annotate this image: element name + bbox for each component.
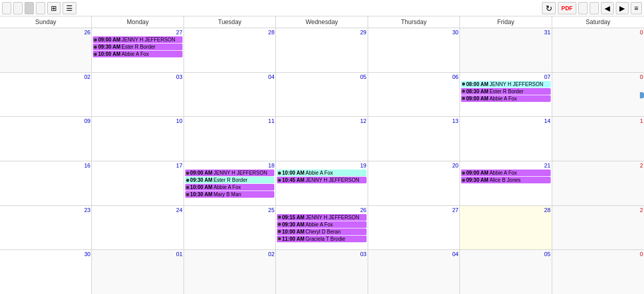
appointment[interactable]: 10:30 AMMary B Man <box>185 191 274 198</box>
day-number[interactable]: 2 <box>553 207 643 213</box>
first-available-button[interactable] <box>578 2 588 14</box>
week-button[interactable] <box>13 2 23 14</box>
day-cell[interactable]: 28 <box>460 206 552 250</box>
day-cell[interactable]: 0 <box>552 250 644 294</box>
day-cell[interactable]: 20 <box>368 161 460 205</box>
appointment[interactable]: 10:00 AMAbbie A Fox <box>185 184 274 191</box>
day-number[interactable]: 27 <box>93 29 182 35</box>
day-cell[interactable]: 28 <box>184 28 276 72</box>
day-number[interactable]: 28 <box>185 29 274 35</box>
appointment[interactable]: 09:30 AMEster R Border <box>185 177 274 183</box>
day-cell[interactable]: 25 <box>184 206 276 250</box>
list-view-icon[interactable]: ☰ <box>63 2 76 14</box>
day-number[interactable]: 13 <box>369 118 458 124</box>
today-button[interactable] <box>590 2 599 14</box>
pdf-button[interactable]: PDF <box>558 2 576 14</box>
day-number[interactable]: 0 <box>553 74 643 80</box>
day-cell[interactable]: 03 <box>276 250 368 294</box>
day-number[interactable]: 11 <box>185 118 274 124</box>
day-cell[interactable]: 2 <box>552 206 644 250</box>
day-cell[interactable]: 29 <box>276 28 368 72</box>
day-cell[interactable]: 13 <box>368 117 460 161</box>
appointment[interactable]: 08:00 AMJENNY H JEFFERSON <box>461 81 550 88</box>
day-number[interactable]: 06 <box>369 74 458 80</box>
appointment[interactable]: 09:30 AMAbbie A Fox <box>277 221 366 228</box>
day-cell[interactable]: 1 <box>552 117 644 161</box>
day-number[interactable]: 14 <box>461 118 550 124</box>
search-sidebar[interactable] <box>640 92 644 98</box>
grid-view-icon[interactable]: ⊞ <box>47 2 61 14</box>
day-cell[interactable]: 30 <box>0 250 92 294</box>
day-number[interactable]: 01 <box>93 251 182 257</box>
appointment[interactable]: 09:00 AMJENNY H JEFFERSON <box>93 36 182 43</box>
day-number[interactable]: 03 <box>277 251 366 257</box>
day-number[interactable]: 29 <box>277 29 366 35</box>
day-cell[interactable]: 30 <box>368 28 460 72</box>
day-number[interactable]: 20 <box>369 162 458 169</box>
day-number[interactable]: 16 <box>1 162 90 169</box>
appointment[interactable]: 10:45 AMJENNY H JEFFERSON <box>277 177 366 183</box>
day-number[interactable]: 18 <box>185 162 274 169</box>
provider-view-button[interactable] <box>36 2 45 14</box>
day-number[interactable]: 25 <box>185 207 274 213</box>
day-number[interactable]: 2 <box>553 162 643 169</box>
day-cell[interactable]: 1809:00 AMJENNY H JEFFERSON09:30 AMEster… <box>184 161 276 205</box>
day-number[interactable]: 24 <box>93 207 182 213</box>
day-cell[interactable]: 12 <box>276 117 368 161</box>
day-number[interactable]: 02 <box>185 251 274 257</box>
day-cell[interactable]: 1910:00 AMAbbie A Fox10:45 AMJENNY H JEF… <box>276 161 368 205</box>
day-cell[interactable]: 16 <box>0 161 92 205</box>
day-cell[interactable]: 11 <box>184 117 276 161</box>
day-number[interactable]: 26 <box>277 207 366 213</box>
appointment[interactable]: 09:15 AMJENNY H JEFFERSON <box>277 214 366 221</box>
day-number[interactable]: 30 <box>1 251 90 257</box>
next-button[interactable]: ▶ <box>616 2 629 14</box>
day-cell[interactable]: 05 <box>460 250 552 294</box>
day-cell[interactable]: 01 <box>92 250 184 294</box>
day-cell[interactable]: 05 <box>276 73 368 117</box>
appointment[interactable]: 08:30 AMEster R Border <box>461 88 550 95</box>
day-number[interactable]: 23 <box>1 207 90 213</box>
appointment[interactable]: 09:00 AMAbbie A Fox <box>461 170 550 176</box>
day-cell[interactable]: 31 <box>460 28 552 72</box>
day-cell[interactable]: 2709:00 AMJENNY H JEFFERSON09:30 AMEster… <box>92 28 184 72</box>
day-number[interactable]: 27 <box>369 207 458 213</box>
day-cell[interactable]: 02 <box>0 73 92 117</box>
day-cell[interactable]: 0 <box>552 73 644 117</box>
day-cell[interactable]: 2109:00 AMAbbie A Fox09:30 AMAlice B Jon… <box>460 161 552 205</box>
appointment[interactable]: 11:00 AMGraciela T Brodie <box>277 236 366 242</box>
day-cell[interactable]: 2 <box>552 161 644 205</box>
day-cell[interactable]: 0708:00 AMJENNY H JEFFERSON08:30 AMEster… <box>460 73 552 117</box>
prev-button[interactable]: ◀ <box>601 2 614 14</box>
appointment[interactable]: 10:00 AMAbbie A Fox <box>93 51 182 57</box>
day-number[interactable]: 04 <box>185 74 274 80</box>
day-number[interactable]: 09 <box>1 118 90 124</box>
day-button[interactable] <box>2 2 11 14</box>
menu-button[interactable]: ≡ <box>631 2 642 14</box>
day-number[interactable]: 12 <box>277 118 366 124</box>
day-number[interactable]: 0 <box>553 251 643 257</box>
day-cell[interactable]: 27 <box>368 206 460 250</box>
appointment[interactable]: 09:00 AMAbbie A Fox <box>461 95 550 102</box>
refresh-button[interactable]: ↻ <box>542 2 556 14</box>
day-number[interactable]: 03 <box>93 74 182 80</box>
appointment[interactable]: 09:00 AMJENNY H JEFFERSON <box>185 170 274 176</box>
day-cell[interactable]: 17 <box>92 161 184 205</box>
day-number[interactable]: 05 <box>461 251 550 257</box>
day-cell[interactable]: 2609:15 AMJENNY H JEFFERSON09:30 AMAbbie… <box>276 206 368 250</box>
day-number[interactable]: 19 <box>277 162 366 169</box>
day-cell[interactable]: 10 <box>92 117 184 161</box>
day-number[interactable]: 31 <box>461 29 550 35</box>
day-number[interactable]: 10 <box>93 118 182 124</box>
day-number[interactable]: 05 <box>277 74 366 80</box>
day-number[interactable]: 21 <box>461 162 550 169</box>
day-cell[interactable]: 04 <box>368 250 460 294</box>
day-cell[interactable]: 0 <box>552 28 644 72</box>
day-cell[interactable]: 06 <box>368 73 460 117</box>
day-cell[interactable]: 09 <box>0 117 92 161</box>
day-number[interactable]: 30 <box>369 29 458 35</box>
day-number[interactable]: 04 <box>369 251 458 257</box>
appointment[interactable]: 09:30 AMEster R Border <box>93 44 182 50</box>
day-cell[interactable]: 24 <box>92 206 184 250</box>
day-number[interactable]: 0 <box>553 29 643 35</box>
